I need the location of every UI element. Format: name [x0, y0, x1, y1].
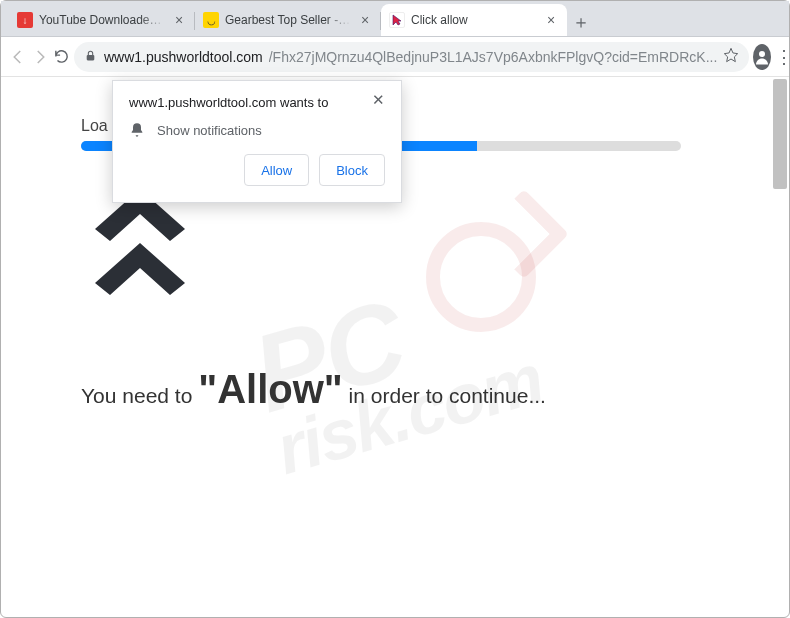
- reload-button[interactable]: [53, 43, 70, 71]
- tab-gearbest[interactable]: ◡ Gearbest Top Seller - Dive ×: [195, 4, 381, 36]
- block-button[interactable]: Block: [319, 154, 385, 186]
- tab-title: Click allow: [411, 13, 537, 27]
- tab-close-icon[interactable]: ×: [171, 12, 187, 28]
- tab-close-icon[interactable]: ×: [357, 12, 373, 28]
- new-tab-button[interactable]: ＋: [567, 8, 595, 36]
- tab-click-allow[interactable]: Click allow ×: [381, 4, 567, 36]
- browser-toolbar: www1.pushworldtool.com/Fhx27jMQrnzu4QlBe…: [1, 37, 789, 77]
- tab-title: Gearbest Top Seller - Dive: [225, 13, 351, 27]
- lock-icon: [84, 49, 98, 65]
- tab-youtube-downloader[interactable]: ↓ YouTube Downloader - Do ×: [9, 4, 195, 36]
- back-button[interactable]: [9, 43, 27, 71]
- bell-icon: [129, 122, 145, 138]
- svg-marker-4: [393, 15, 401, 25]
- bookmark-star-icon[interactable]: [723, 47, 739, 66]
- tab-close-icon[interactable]: ×: [543, 12, 559, 28]
- allow-button[interactable]: Allow: [244, 154, 309, 186]
- forward-button[interactable]: [31, 43, 49, 71]
- svg-rect-5: [87, 54, 95, 59]
- svg-point-6: [759, 51, 765, 57]
- chrome-menu-button[interactable]: ⋮: [775, 43, 790, 71]
- permission-label: Show notifications: [157, 123, 262, 138]
- url-host: www1.pushworldtool.com: [104, 49, 263, 65]
- profile-avatar[interactable]: [753, 44, 771, 70]
- url-path: /Fhx27jMQrnzu4QlBedjnuP3L1AJs7Vp6AxbnkFP…: [269, 49, 718, 65]
- permission-origin: www1.pushworldtool.com wants to: [129, 95, 328, 110]
- dialog-close-icon[interactable]: ✕: [372, 91, 385, 110]
- instruction-text: You need to "Allow" in order to continue…: [81, 367, 709, 412]
- favicon: [389, 12, 405, 28]
- address-bar[interactable]: www1.pushworldtool.com/Fhx27jMQrnzu4QlBe…: [74, 42, 749, 72]
- favicon: ↓: [17, 12, 33, 28]
- notification-permission-dialog: www1.pushworldtool.com wants to ✕ Show n…: [112, 80, 402, 203]
- favicon: ◡: [203, 12, 219, 28]
- tab-strip: ↓ YouTube Downloader - Do × ◡ Gearbest T…: [1, 1, 789, 37]
- tab-title: YouTube Downloader - Do: [39, 13, 165, 27]
